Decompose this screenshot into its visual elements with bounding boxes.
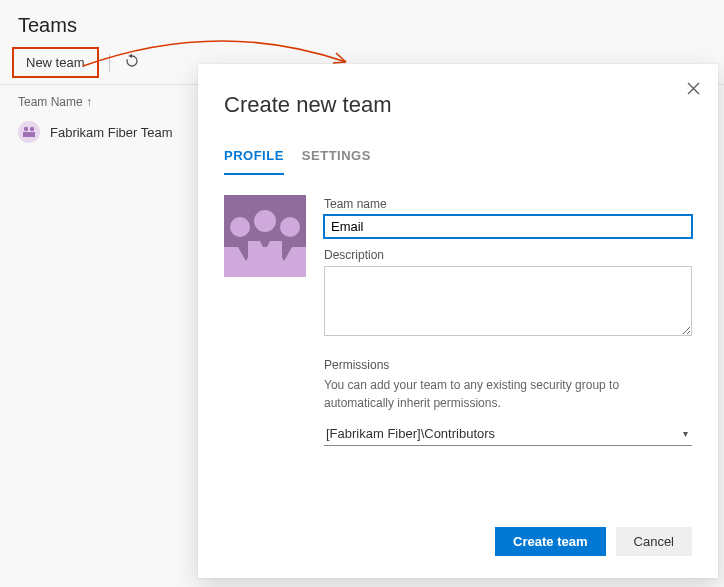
team-name-label: Team name bbox=[324, 197, 692, 211]
close-button[interactable] bbox=[683, 78, 704, 102]
svg-point-0 bbox=[24, 127, 28, 131]
close-icon bbox=[687, 82, 700, 95]
svg-rect-3 bbox=[29, 132, 35, 137]
tabs: PROFILE SETTINGS bbox=[198, 128, 718, 175]
refresh-button[interactable] bbox=[120, 49, 144, 76]
page-title: Teams bbox=[0, 0, 724, 45]
team-name-input[interactable] bbox=[324, 215, 692, 238]
svg-point-8 bbox=[254, 210, 276, 232]
svg-point-7 bbox=[230, 217, 250, 237]
dialog-title: Create new team bbox=[198, 64, 718, 128]
people-icon bbox=[224, 195, 306, 277]
description-label: Description bbox=[324, 248, 692, 262]
team-name-cell: Fabrikam Fiber Team bbox=[50, 125, 173, 140]
refresh-icon bbox=[124, 53, 140, 69]
svg-point-9 bbox=[280, 217, 300, 237]
tab-settings[interactable]: SETTINGS bbox=[302, 144, 371, 175]
permissions-selected-value: [Fabrikam Fiber]\Contributors bbox=[326, 426, 495, 441]
permissions-help-text: You can add your team to any existing se… bbox=[324, 376, 692, 412]
description-input[interactable] bbox=[324, 266, 692, 336]
team-avatar-large[interactable] bbox=[224, 195, 306, 277]
dialog-footer: Create team Cancel bbox=[198, 509, 718, 578]
svg-rect-2 bbox=[23, 132, 29, 137]
create-team-button[interactable]: Create team bbox=[495, 527, 605, 556]
form-fields: Team name Description Permissions You ca… bbox=[324, 195, 692, 509]
new-team-button[interactable]: New team bbox=[12, 47, 99, 78]
permissions-select[interactable]: [Fabrikam Fiber]\Contributors ▾ bbox=[324, 422, 692, 446]
team-avatar-icon bbox=[18, 121, 40, 143]
permissions-label: Permissions bbox=[324, 358, 692, 372]
cancel-button[interactable]: Cancel bbox=[616, 527, 692, 556]
tab-profile[interactable]: PROFILE bbox=[224, 144, 284, 175]
create-team-dialog: Create new team PROFILE SETTINGS Team na… bbox=[198, 64, 718, 578]
form-area: Team name Description Permissions You ca… bbox=[198, 175, 718, 509]
svg-point-1 bbox=[30, 127, 34, 131]
chevron-down-icon: ▾ bbox=[683, 428, 688, 439]
toolbar-divider bbox=[109, 54, 110, 72]
